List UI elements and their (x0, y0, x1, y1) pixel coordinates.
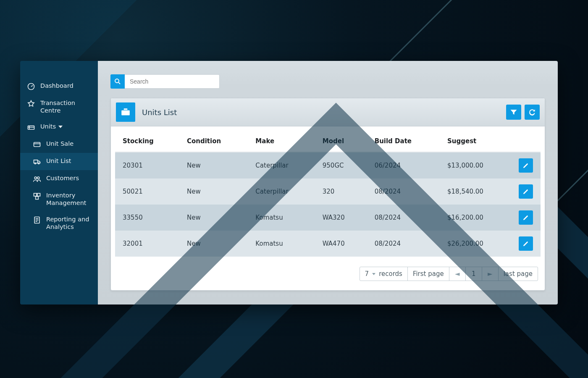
svg-rect-2 (34, 142, 40, 147)
app-window: Dashboard Transaction Centre Units Unit … (20, 61, 558, 304)
sidebar-item-dashboard[interactable]: Dashboard (20, 78, 98, 95)
last-page-button[interactable]: last page (498, 267, 538, 281)
col-build-date[interactable]: Build Date (367, 132, 440, 152)
cell-stocking: 33550 (115, 205, 179, 231)
refresh-icon (528, 108, 536, 116)
pencil-icon (522, 214, 529, 221)
star-icon (27, 100, 35, 108)
sidebar-item-unit-sale[interactable]: Unit Sale (20, 136, 98, 153)
cell-actions (511, 205, 541, 231)
edit-row-button[interactable] (519, 158, 533, 173)
sidebar-item-label: Reporting and Analytics (46, 215, 92, 231)
search-input[interactable] (125, 74, 220, 89)
svg-point-6 (37, 177, 39, 179)
sidebar: Dashboard Transaction Centre Units Unit … (20, 61, 98, 304)
pencil-icon (522, 162, 529, 169)
table-row[interactable]: 20301NewCaterpillar950GC06/2024$13,000.0… (115, 152, 541, 178)
search-button[interactable] (110, 74, 125, 89)
cell-condition: New (179, 152, 248, 178)
units-icon (27, 123, 35, 131)
svg-rect-9 (36, 197, 39, 200)
sidebar-item-reporting[interactable]: Reporting and Analytics (20, 211, 98, 235)
people-icon (33, 175, 41, 183)
col-suggest[interactable]: Suggest (440, 132, 511, 152)
cell-condition: New (179, 231, 248, 257)
cell-build-date: 08/2024 (367, 178, 440, 205)
cell-make: Caterpillar (248, 152, 315, 178)
cell-stocking: 50021 (115, 178, 179, 205)
card-icon (33, 140, 41, 149)
col-stocking[interactable]: Stocking (115, 132, 179, 152)
pencil-icon (522, 188, 529, 195)
units-table: Stocking Condition Make Model Build Date… (115, 132, 541, 257)
cell-actions (511, 152, 541, 178)
page-number-input[interactable]: 1 (465, 267, 482, 281)
edit-row-button[interactable] (519, 210, 533, 225)
cell-make: Komatsu (248, 205, 315, 231)
svg-rect-8 (37, 194, 40, 197)
sidebar-item-inventory[interactable]: Inventory Management (20, 187, 98, 211)
cell-build-date: 08/2024 (367, 231, 440, 257)
cell-suggest: $16,200.00 (440, 205, 511, 231)
cell-suggest: $18,540.00 (440, 178, 511, 205)
svg-point-4 (38, 163, 39, 164)
cell-model: 950GC (315, 152, 367, 178)
svg-point-3 (35, 163, 36, 164)
cell-model: WA320 (315, 205, 367, 231)
main-content: Units List Stocking Condition (98, 61, 558, 304)
table-row[interactable]: 33550NewKomatsuWA32008/2024$16,200.00 (115, 205, 541, 231)
refresh-button[interactable] (525, 105, 540, 120)
next-page-button[interactable]: ► (482, 267, 499, 281)
edit-row-button[interactable] (519, 184, 533, 199)
cell-actions (511, 231, 541, 257)
page-size-select[interactable]: 7 records (360, 267, 408, 281)
cell-make: Caterpillar (248, 178, 315, 205)
first-page-button[interactable]: First page (407, 267, 449, 281)
cell-condition: New (179, 205, 248, 231)
prev-page-button[interactable]: ◄ (449, 267, 466, 281)
units-list-panel: Units List Stocking Condition (110, 98, 545, 291)
svg-point-11 (115, 79, 119, 83)
cell-actions (511, 178, 541, 205)
boxes-icon (33, 192, 41, 200)
sidebar-item-units[interactable]: Units (20, 118, 98, 136)
col-make[interactable]: Make (248, 132, 315, 152)
sidebar-item-unit-list[interactable]: Unit List (20, 153, 98, 170)
sidebar-item-label: Customers (46, 174, 92, 182)
cell-model: 320 (315, 178, 367, 205)
search-icon (114, 78, 121, 85)
truck-icon (33, 158, 41, 166)
sidebar-item-label: Dashboard (40, 82, 92, 89)
table-row[interactable]: 50021NewCaterpillar32008/2024$18,540.00 (115, 178, 541, 205)
sidebar-item-label: Units (40, 123, 92, 130)
sidebar-item-label: Inventory Management (46, 192, 92, 207)
pencil-icon (522, 240, 529, 247)
sidebar-item-label: Unit Sale (46, 140, 92, 147)
briefcase-icon (116, 102, 135, 122)
cell-stocking: 32001 (115, 231, 179, 257)
sidebar-item-label: Transaction Centre (40, 99, 92, 114)
table-row[interactable]: 32001NewKomatsuWA47008/2024$26,200.00 (115, 231, 541, 257)
gauge-icon (27, 82, 35, 91)
cell-stocking: 20301 (115, 152, 179, 178)
search-bar (110, 74, 545, 89)
col-condition[interactable]: Condition (179, 132, 248, 152)
report-icon (33, 216, 41, 224)
chevron-down-icon (58, 126, 63, 128)
filter-button[interactable] (506, 105, 521, 120)
col-model[interactable]: Model (315, 132, 367, 152)
cell-model: WA470 (315, 231, 367, 257)
chevron-down-icon (372, 273, 375, 275)
cell-build-date: 08/2024 (367, 205, 440, 231)
edit-row-button[interactable] (519, 236, 533, 251)
table-header-row: Stocking Condition Make Model Build Date… (115, 132, 541, 152)
funnel-icon (509, 108, 518, 116)
panel-title: Units List (142, 108, 177, 117)
sidebar-item-transactions[interactable]: Transaction Centre (20, 95, 98, 118)
sidebar-item-customers[interactable]: Customers (20, 170, 98, 187)
cell-condition: New (179, 178, 248, 205)
panel-header: Units List (111, 98, 545, 126)
pagination: 7 records First page ◄ 1 ► last page (111, 259, 545, 290)
cell-build-date: 06/2024 (367, 152, 440, 178)
svg-point-5 (34, 177, 37, 179)
